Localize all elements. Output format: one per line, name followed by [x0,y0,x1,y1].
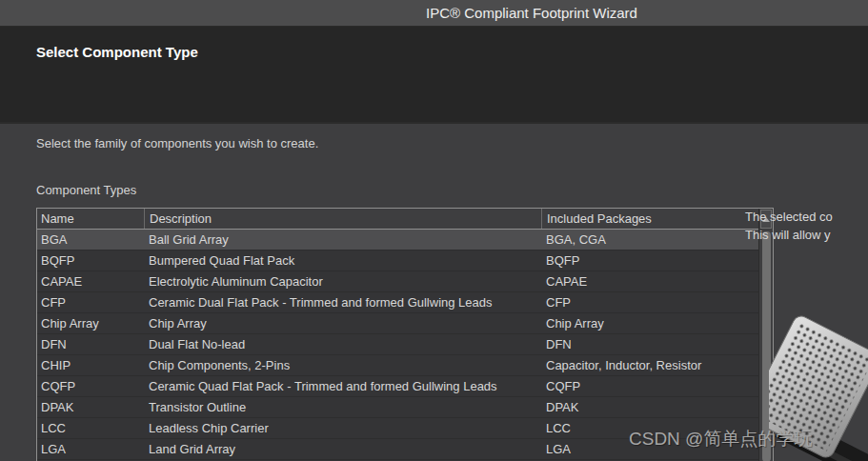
table-cell: LGA [37,439,144,459]
table-cell: Transistor Outline [144,397,541,417]
table-row[interactable]: CAPAEElectrolytic Aluminum CapacitorCAPA… [37,271,758,292]
table-cell: Leadless Chip Carrier [144,418,541,438]
table-cell: CFP [37,292,144,312]
table-cell: DPAK [37,397,144,417]
table-row[interactable]: BQFPBumpered Quad Flat PackBQFP [37,251,758,271]
table-cell: CHIP [37,355,144,375]
table-row[interactable]: BGABall Grid ArrayBGA, CGA [37,230,758,251]
table-cell: CQFP [541,376,758,396]
table-cell: Chip Array [541,313,758,333]
table-cell: CQFP [37,376,144,396]
component-types-label: Component Types [36,183,136,197]
wizard-content: Select the family of components you wish… [0,122,868,461]
table-row[interactable]: CQFPCeramic Quad Flat Pack - Trimmed and… [37,376,758,397]
table-cell: Electrolytic Aluminum Capacitor [144,271,541,291]
table-grid: Name Description Included Packages BGABa… [37,209,758,461]
table-cell: Land Grid Array [144,439,541,459]
table-header-row: Name Description Included Packages [37,209,758,230]
component-types-table: Name Description Included Packages BGABa… [36,208,774,461]
column-header-included-packages[interactable]: Included Packages [541,209,758,229]
table-row[interactable]: DFNDual Flat No-leadDFN [37,334,758,355]
side-description-line2: This will allow y [745,226,868,244]
table-row[interactable]: CFPCeramic Dual Flat Pack - Trimmed and … [37,292,758,313]
table-cell: CFP [541,292,758,312]
table-cell: DPAK [541,397,758,417]
column-header-name[interactable]: Name [37,209,144,229]
table-cell: Chip Components, 2-Pins [144,355,541,375]
table-cell: DFN [37,334,144,354]
watermark: CSDN @简单点的学玩 [629,427,812,451]
table-cell: Ceramic Quad Flat Pack - Trimmed and for… [144,376,541,396]
page-title: Select Component Type [36,44,198,60]
table-cell: Capacitor, Inductor, Resistor [541,355,758,375]
table-cell: Chip Array [37,313,144,333]
intro-text: Select the family of components you wish… [36,136,318,150]
table-cell: CAPAE [541,271,758,291]
ipc-footprint-wizard-window: IPC® Compliant Footprint Wizard Select C… [0,0,868,461]
table-cell: Bumpered Quad Flat Pack [144,251,541,271]
table-cell: Ball Grid Array [144,230,541,250]
table-cell: DFN [541,334,758,354]
table-cell: LCC [37,418,144,438]
side-description: The selected co This will allow y [745,208,868,244]
window-titlebar[interactable]: IPC® Compliant Footprint Wizard [0,0,868,27]
column-header-description[interactable]: Description [144,209,541,229]
wizard-step-header: Select Component Type [0,27,868,122]
table-cell: BGA [37,230,144,250]
window-title: IPC® Compliant Footprint Wizard [426,5,637,21]
table-row[interactable]: CHIPChip Components, 2-PinsCapacitor, In… [37,355,758,376]
side-description-line1: The selected co [745,208,868,226]
table-cell: BGA, CGA [541,230,758,250]
table-cell: CAPAE [37,271,144,291]
table-row[interactable]: Chip ArrayChip ArrayChip Array [37,313,758,334]
table-row[interactable]: DPAKTransistor OutlineDPAK [37,397,758,418]
table-cell: Dual Flat No-lead [144,334,541,354]
table-cell: BQFP [541,251,758,271]
table-cell: BQFP [37,251,144,271]
table-cell: Chip Array [144,313,541,333]
table-cell: Ceramic Dual Flat Pack - Trimmed and for… [144,292,541,312]
